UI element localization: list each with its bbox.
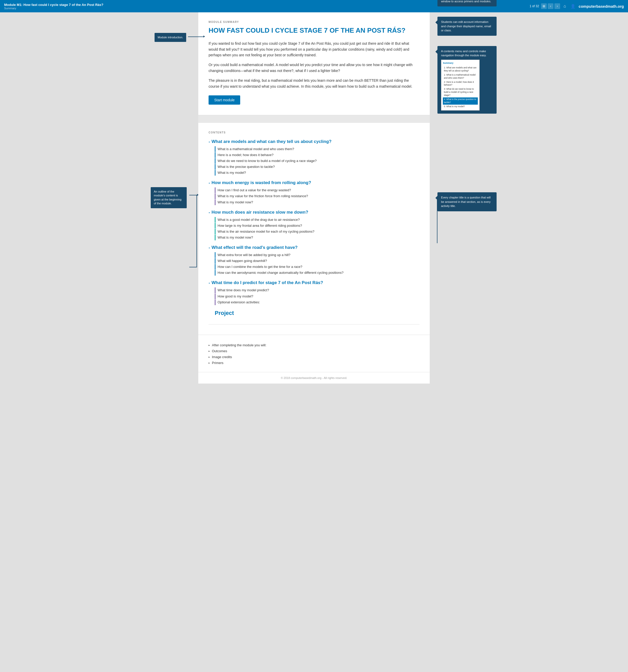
footer-link-3[interactable]: Primers (209, 360, 419, 366)
chapter-2-item-0[interactable]: How can I find out a value for the energ… (215, 187, 419, 193)
chapter-5: What time do I predict for stage 7 of th… (209, 280, 419, 305)
module-main-title: HOW FAST COULD I CYCLE STAGE 7 OF THE AN… (209, 26, 419, 34)
contents-section: CONTENTS What are models and what can th… (198, 123, 430, 335)
chapter-5-item-2[interactable]: Optional extension activities: (215, 299, 419, 305)
module-intro-annotation: Module introduction. (155, 33, 186, 42)
module-label: MODULE SUMMARY (209, 21, 419, 23)
project-label[interactable]: Project (209, 310, 419, 316)
chapter-3-title[interactable]: How much does air resistance slow me dow… (209, 210, 419, 215)
chapter-1-item-3[interactable]: What is the precise question to tackle? (215, 164, 419, 170)
chapter-1-title[interactable]: What are models and what can they tell u… (209, 139, 419, 145)
nav-right-area: 1 of 32 ⊞ ‹ › ⌂ 👤 computerbasedmath.org (529, 3, 624, 10)
chapter-questions-callout: Every chapter title is a question that w… (438, 192, 496, 211)
mini-nav-item-1[interactable]: 1: What is a mathematical model and who … (443, 73, 478, 80)
module-body: If you wanted to find out how fast you c… (209, 41, 419, 89)
chapter-4-item-3[interactable]: How can the aerodynamic model change aut… (215, 270, 419, 275)
footer-link-0[interactable]: After completing the module you will: (209, 342, 419, 348)
mini-nav-item-4[interactable]: 4: What is the precise question to tackl… (443, 97, 478, 105)
module-subtitle: Summary (4, 7, 103, 10)
chapter-3-item-2[interactable]: What is the air resistance model for eac… (215, 229, 419, 235)
account-callout: Students can edit account information an… (438, 17, 496, 36)
chapter-4-item-2[interactable]: How can I combine the models to get the … (215, 264, 419, 270)
mini-nav-summary-label: Summary (443, 62, 478, 65)
page-controls: 1 of 32 ⊞ ‹ › ⌂ 👤 (529, 3, 577, 10)
copyright-text: © 2018 computerbasedmath.org - All right… (198, 372, 430, 384)
chapter-2-item-1[interactable]: What is my value for the friction force … (215, 193, 419, 199)
chapter-4-item-1[interactable]: What will happen going downhill? (215, 258, 419, 264)
home-button[interactable]: ⌂ (561, 3, 568, 10)
chapter-2-items: How can I find out a value for the energ… (209, 187, 419, 205)
chapter-2-item-2[interactable]: What is my model now? (215, 199, 419, 205)
page-indicator: 1 of 32 (530, 4, 539, 8)
welcome-callout: Open the welcome screen in another windo… (438, 0, 496, 6)
module-intro-section: MODULE SUMMARY HOW FAST COULD I CYCLE ST… (198, 13, 430, 115)
footer-link-2[interactable]: Image credits (209, 354, 419, 360)
chapter-1: What are models and what can they tell u… (209, 139, 419, 175)
grid-view-button[interactable]: ⊞ (541, 3, 547, 9)
module-para-2: Or you could build a mathematical model.… (209, 62, 419, 74)
mini-nav-item-5[interactable]: 5: What is my model? (443, 105, 478, 109)
chapter-4-item-0[interactable]: What extra force will be added by going … (215, 252, 419, 258)
outline-annotation: An outline of the module's content is gi… (151, 187, 187, 208)
chapter-3-item-0[interactable]: What is a good model of the drag due to … (215, 217, 419, 223)
chapter-3: How much does air resistance slow me dow… (209, 210, 419, 240)
chapter-1-item-4[interactable]: What is my model? (215, 170, 419, 175)
chapter-5-item-0[interactable]: What time does my model predict? (215, 287, 419, 293)
chapter-1-item-1[interactable]: Here is a model; how does it behave? (215, 152, 419, 158)
chapter-1-item-0[interactable]: What is a mathematical model and who use… (215, 146, 419, 152)
mini-nav-item-0[interactable]: 1: What are models and what can they tel… (443, 66, 478, 73)
module-title: Module M1: How fast could I cycle stage … (4, 3, 103, 7)
chapter-5-title[interactable]: What time do I predict for stage 7 of th… (209, 280, 419, 286)
section-spacer (198, 115, 430, 123)
chapter-2: How much energy is wasted from rolling a… (209, 180, 419, 205)
mini-nav-item-2[interactable]: 2: Here is a model; how does it behave? (443, 80, 478, 88)
chapter-4: What effect will the road's gradient hav… (209, 245, 419, 275)
contents-nav-callout: A contents menu and controls make naviga… (438, 46, 496, 114)
chapter-3-items: What is a good model of the drag due to … (209, 217, 419, 240)
top-navigation: Module M1: How fast could I cycle stage … (0, 0, 628, 13)
brand-logo: computerbasedmath.org (579, 4, 624, 8)
contents-label: CONTENTS (209, 131, 419, 134)
footer-links-section: After completing the module you will: Ou… (198, 335, 430, 372)
module-para-1: If you wanted to find out how fast you c… (209, 41, 419, 58)
mini-nav-item-3[interactable]: 3: What do we need to know to build a mo… (443, 87, 478, 97)
chapter-5-items: What time does my model predict? How goo… (209, 287, 419, 305)
start-module-button[interactable]: Start module (209, 95, 240, 105)
module-para-3: The pleasure is in the real riding, but … (209, 78, 419, 89)
chapter-1-items: What is a mathematical model and who use… (209, 146, 419, 175)
footer-link-1[interactable]: Outcomes (209, 348, 419, 354)
next-page-button[interactable]: › (555, 3, 560, 9)
chapter-2-title[interactable]: How much energy is wasted from rolling a… (209, 180, 419, 186)
chapter-1-item-2[interactable]: What do we need to know to build a model… (215, 158, 419, 164)
chapter-4-items: What extra force will be added by going … (209, 252, 419, 275)
brand-suffix: .org (617, 4, 624, 8)
chapter-3-item-3[interactable]: What is my model now? (215, 235, 419, 240)
prev-page-button[interactable]: ‹ (548, 3, 553, 9)
chapter-3-item-1[interactable]: How large is my frontal area for differe… (215, 223, 419, 229)
chapter-5-item-1[interactable]: How good is my model? (215, 294, 419, 299)
nav-title-area: Module M1: How fast could I cycle stage … (4, 3, 103, 10)
user-account-button[interactable]: 👤 (569, 3, 577, 10)
chapter-4-title[interactable]: What effect will the road's gradient hav… (209, 245, 419, 251)
